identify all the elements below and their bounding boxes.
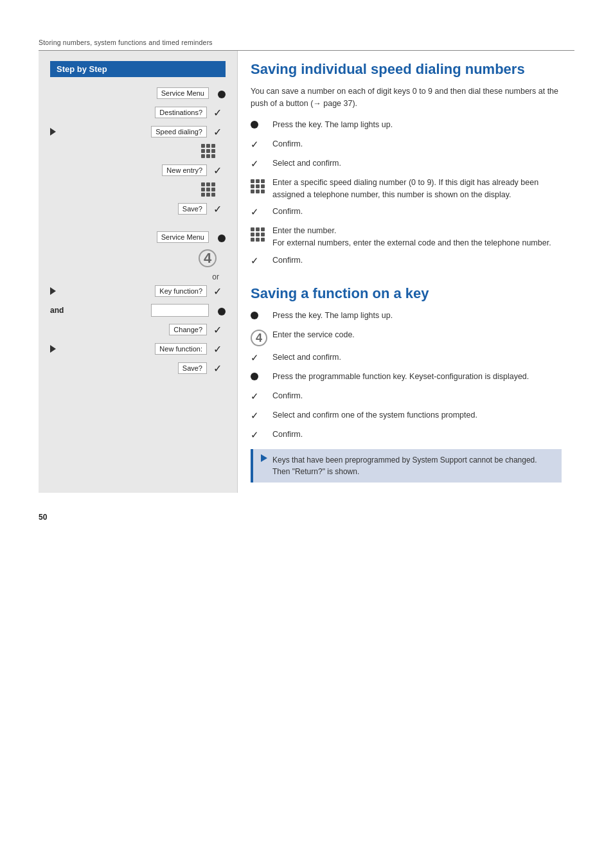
instr-row: ✓ Select and confirm. <box>251 351 562 366</box>
circle-icon <box>251 371 270 380</box>
page-title-2: Saving a function on a key <box>251 285 562 302</box>
instr-row: ✓ Select and confirm. <box>251 157 562 172</box>
instr-text: Enter the number.For external numbers, e… <box>272 225 562 249</box>
and-text: and <box>50 306 64 315</box>
note-box: Keys that have been preprogrammed by Sys… <box>251 449 562 483</box>
save-label-2: Save? <box>178 362 207 374</box>
check-icon-3: ✓ <box>213 164 222 177</box>
step-row: Save? ✓ <box>50 202 226 216</box>
step-row: Save? ✓ <box>50 361 226 375</box>
check-icon: ✓ <box>251 158 270 170</box>
number-4-icon: 4 <box>251 330 270 346</box>
check-icon-7: ✓ <box>213 343 222 355</box>
section-spacer <box>50 221 226 230</box>
numpad-icon <box>251 226 270 242</box>
step-row: New function: ✓ <box>50 342 226 356</box>
section-label: Storing numbers, system functions and ti… <box>39 39 574 46</box>
step-row: Service Menu <box>50 86 226 100</box>
page-title-1: Saving individual speed dialing numbers <box>251 61 562 78</box>
intro-text-1: You can save a number on each of digit k… <box>251 85 562 110</box>
save-label-1: Save? <box>178 203 207 215</box>
or-text: or <box>50 272 219 281</box>
circle-icon <box>251 310 270 319</box>
circle-icon <box>251 120 270 128</box>
instr-row: Press the key. The lamp lights up. <box>251 119 562 133</box>
numpad-icon <box>251 177 270 193</box>
instr-text: Press the key. The lamp lights up. <box>272 310 562 322</box>
step-row: Change? ✓ <box>50 323 226 337</box>
instr-row: ✓ Confirm. <box>251 254 562 269</box>
check-icon: ✓ <box>251 410 270 421</box>
left-column: Step by Step Service Menu Destinations? … <box>39 51 238 493</box>
instr-text: Confirm. <box>272 429 562 441</box>
service-menu-label-2: Service Menu <box>157 231 209 243</box>
check-icon: ✓ <box>251 429 270 441</box>
step-row: Key function? ✓ <box>50 284 226 298</box>
check-icon: ✓ <box>251 255 270 267</box>
circle-bullet-3 <box>218 308 226 315</box>
arrow-right-icon-3 <box>50 345 56 353</box>
instr-row: Press the programmable function key. Key… <box>251 371 562 385</box>
instr-text: Select and confirm. <box>272 351 562 364</box>
check-icon-4: ✓ <box>213 203 222 215</box>
instr-text: Select and confirm one of the system fun… <box>272 409 562 421</box>
instr-text: Confirm. <box>272 254 562 267</box>
step-row: Service Menu <box>50 230 226 244</box>
arrow-right-icon-2 <box>50 287 56 295</box>
check-icon-1: ✓ <box>213 107 222 119</box>
new-entry-label: New entry? <box>162 164 207 176</box>
service-menu-label-1: Service Menu <box>157 87 209 99</box>
instr-row: ✓ Select and confirm one of the system f… <box>251 409 562 423</box>
instr-row: ✓ Confirm. <box>251 138 562 152</box>
change-label: Change? <box>169 324 207 335</box>
instr-row: ✓ Confirm. <box>251 390 562 404</box>
right-column: Saving individual speed dialing numbers … <box>238 51 574 493</box>
circle-bullet-1 <box>218 91 226 98</box>
instr-text: Confirm. <box>272 390 562 402</box>
circle-bullet-2 <box>218 235 226 242</box>
numpad-icon-1 <box>201 144 215 158</box>
instr-row: ✓ Confirm. <box>251 429 562 443</box>
step-row: 4 <box>50 249 226 267</box>
check-icon-8: ✓ <box>213 362 222 375</box>
instr-text: Press the programmable function key. Key… <box>272 371 562 383</box>
step-row: Destinations? ✓ <box>50 105 226 120</box>
instr-row: 4 Enter the service code. <box>251 329 562 346</box>
page-number: 50 <box>39 513 47 522</box>
instr-row: ✓ Confirm. <box>251 206 562 220</box>
step-row <box>50 182 226 197</box>
note-arrow-icon <box>261 454 267 462</box>
step-row <box>50 144 226 158</box>
main-layout: Step by Step Service Menu Destinations? … <box>39 51 574 493</box>
instr-text: Confirm. <box>272 138 562 150</box>
number-4-icon: 4 <box>199 249 217 267</box>
destinations-label: Destinations? <box>155 107 207 118</box>
instr-text: Confirm. <box>272 206 562 218</box>
step-row: New entry? ✓ <box>50 163 226 177</box>
step-row: Speed dialing? ✓ <box>50 125 226 139</box>
check-icon-2: ✓ <box>213 126 222 138</box>
check-icon: ✓ <box>251 352 270 364</box>
instr-row: Enter a specific speed dialing number (0… <box>251 177 562 201</box>
section-gap <box>251 274 562 285</box>
new-function-label: New function: <box>155 343 207 355</box>
instr-text: Press the key. The lamp lights up. <box>272 119 562 131</box>
arrow-right-icon-1 <box>50 128 56 136</box>
check-icon: ✓ <box>251 391 270 402</box>
note-text: Keys that have been preprogrammed by Sys… <box>272 454 554 477</box>
numpad-icon-2 <box>201 182 215 197</box>
blank-input-field[interactable] <box>151 304 209 317</box>
instr-text: Select and confirm. <box>272 157 562 170</box>
instr-row: Enter the number.For external numbers, e… <box>251 225 562 249</box>
page-footer: 50 <box>39 512 574 522</box>
instr-text: Enter a specific speed dialing number (0… <box>272 177 562 201</box>
step-by-step-header: Step by Step <box>50 61 226 77</box>
step-row: and <box>50 303 226 317</box>
instr-text: Enter the service code. <box>272 329 562 341</box>
key-function-label: Key function? <box>155 285 207 297</box>
check-icon-6: ✓ <box>213 324 222 336</box>
check-icon: ✓ <box>251 206 270 218</box>
instr-row: Press the key. The lamp lights up. <box>251 310 562 324</box>
check-icon: ✓ <box>251 139 270 150</box>
speed-dialing-label: Speed dialing? <box>151 126 207 137</box>
